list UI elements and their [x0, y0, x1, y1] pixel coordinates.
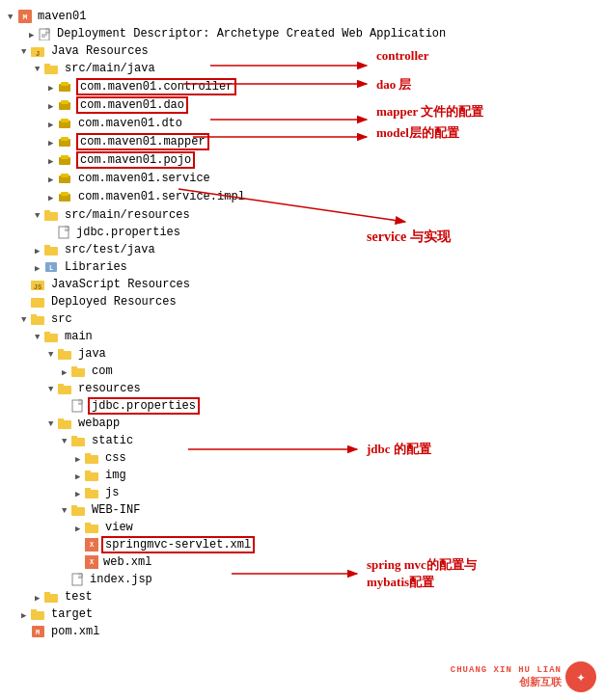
- xml-icon: X: [85, 538, 98, 552]
- svg-rect-50: [71, 436, 77, 440]
- src-test-java[interactable]: src/test/java: [8, 241, 604, 258]
- java-resources-label: Java Resources: [51, 44, 149, 58]
- js-resources[interactable]: JS JavaScript Resources: [8, 276, 604, 293]
- folder-icon: [44, 208, 60, 222]
- folder-icon: [58, 347, 73, 361]
- resources-folder[interactable]: resources: [8, 380, 604, 397]
- dto-package[interactable]: com.maven01.dto: [8, 115, 604, 132]
- expand-icon: [35, 65, 42, 72]
- js-folder[interactable]: js: [8, 484, 604, 501]
- pom-xml[interactable]: M pom.xml: [8, 623, 604, 640]
- svg-rect-11: [61, 82, 69, 86]
- svg-rect-25: [44, 210, 50, 214]
- img-folder[interactable]: img: [8, 467, 604, 484]
- file-icon: [71, 399, 85, 413]
- src-label: src: [51, 312, 72, 326]
- css-label: css: [105, 451, 126, 465]
- deployed-resources-label: Deployed Resources: [51, 295, 177, 309]
- svg-rect-21: [61, 174, 69, 177]
- expand-icon: [48, 83, 56, 91]
- svg-text:L: L: [49, 264, 53, 272]
- java-resources[interactable]: J Java Resources: [8, 42, 604, 60]
- src-main-java-label: src/main/java: [65, 62, 155, 75]
- logo-badge: ✦: [565, 661, 596, 692]
- svg-rect-43: [71, 366, 77, 370]
- js-resources-label: JavaScript Resources: [51, 278, 190, 291]
- service-package[interactable]: com.maven01.service: [8, 170, 604, 187]
- css-folder[interactable]: css: [8, 449, 604, 467]
- package-icon: [58, 135, 73, 148]
- tree-root[interactable]: M maven01: [8, 8, 604, 25]
- expand-icon: [8, 13, 15, 20]
- folder-icon: [85, 451, 100, 465]
- dao-package[interactable]: com.maven01.dao: [8, 96, 604, 114]
- expand-icon: [48, 156, 56, 164]
- webinf-label: WEB-INF: [92, 503, 140, 517]
- svg-rect-19: [61, 155, 69, 159]
- package-icon: [58, 80, 73, 94]
- index-jsp[interactable]: index.jsp: [8, 571, 604, 588]
- expand-icon: [75, 524, 83, 531]
- jdbc-props-1-label: jdbc.properties: [76, 226, 180, 239]
- package-icon: [58, 117, 73, 130]
- src-main-resources[interactable]: src/main/resources: [8, 206, 604, 224]
- src-main-java[interactable]: src/main/java: [8, 60, 604, 77]
- svg-rect-48: [58, 418, 64, 422]
- expand-icon: [75, 454, 83, 462]
- expand-icon: [62, 437, 69, 444]
- static-folder[interactable]: static: [8, 432, 604, 449]
- jdbc-properties-2[interactable]: jdbc.properties: [8, 397, 604, 415]
- expand-icon: [21, 47, 29, 55]
- svg-rect-23: [61, 192, 69, 196]
- pojo-label: com.maven01.pojo: [76, 151, 195, 169]
- expand-icon: [75, 489, 83, 497]
- deployment-descriptor[interactable]: Deployment Descriptor: Archetype Created…: [8, 25, 604, 42]
- package-icon: [58, 98, 73, 112]
- test-folder[interactable]: test: [8, 588, 604, 606]
- webapp-folder[interactable]: webapp: [8, 415, 604, 432]
- deployed-resources[interactable]: Deployed Resources: [8, 293, 604, 310]
- folder-icon: [85, 469, 100, 482]
- logo-text: 创新互联: [451, 675, 562, 689]
- src-folder[interactable]: src: [8, 310, 604, 328]
- svg-rect-39: [44, 332, 50, 336]
- deployment-label: Deployment Descriptor: Archetype Created…: [57, 27, 446, 40]
- svg-rect-54: [85, 471, 91, 474]
- main-folder[interactable]: main: [8, 328, 604, 345]
- logo-subtext: CHUANG XIN HU LIAN: [451, 665, 562, 675]
- folder-icon: [31, 607, 46, 621]
- src-test-java-label: src/test/java: [65, 243, 155, 256]
- libraries[interactable]: L Libraries: [8, 258, 604, 276]
- folder-icon: [71, 434, 87, 447]
- service-impl-package[interactable]: com.maven01.service.impl: [8, 188, 604, 205]
- folder-icon: [44, 330, 60, 343]
- folder-icon: [44, 62, 60, 75]
- target-folder[interactable]: target: [8, 606, 604, 623]
- java-folder[interactable]: java: [8, 345, 604, 363]
- expand-icon: [35, 333, 42, 340]
- springmvc-xml[interactable]: X springmvc-servlet.xml: [8, 536, 604, 553]
- svg-text:JS: JS: [34, 283, 41, 291]
- webapp-label: webapp: [78, 417, 120, 430]
- folder-icon: [58, 417, 73, 430]
- expand-icon: [21, 610, 29, 618]
- controller-package[interactable]: com.maven01.controller: [8, 78, 604, 95]
- expand-icon: [62, 506, 69, 514]
- test-label: test: [65, 590, 93, 604]
- jdbc-properties-1[interactable]: jdbc.properties: [8, 224, 604, 241]
- pojo-package[interactable]: com.maven01.pojo: [8, 151, 604, 169]
- mapper-package[interactable]: com.maven01.mapper: [8, 133, 604, 150]
- resources-label: resources: [78, 382, 141, 395]
- img-label: img: [105, 469, 126, 482]
- svg-rect-56: [85, 488, 91, 492]
- expand-icon: [48, 385, 56, 392]
- package-icon: [58, 172, 73, 185]
- com-folder[interactable]: com: [8, 363, 604, 380]
- view-folder[interactable]: view: [8, 519, 604, 536]
- package-icon: [58, 190, 73, 203]
- main-label: main: [65, 330, 93, 343]
- webinf-folder[interactable]: WEB-INF: [8, 501, 604, 519]
- expand-icon: [48, 350, 56, 358]
- folder-icon: [71, 503, 87, 517]
- web-xml[interactable]: X web.xml: [8, 553, 604, 571]
